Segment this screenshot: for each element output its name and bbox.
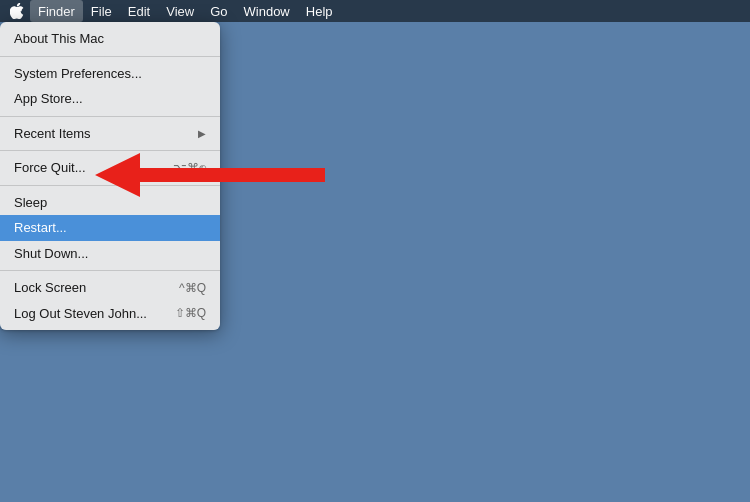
menubar-go[interactable]: Go — [202, 0, 235, 22]
menu-item-system-preferences[interactable]: System Preferences... — [0, 61, 220, 87]
menu-item-recent-items[interactable]: Recent Items ▶ — [0, 121, 220, 147]
menu-bar: Finder File Edit View Go Window Help — [0, 0, 750, 22]
menu-separator-3 — [0, 150, 220, 151]
menu-item-lock-screen[interactable]: Lock Screen ^⌘Q — [0, 275, 220, 301]
menu-item-force-quit[interactable]: Force Quit... ⌥⌘⎋ — [0, 155, 220, 181]
menu-item-about[interactable]: About This Mac — [0, 26, 220, 52]
menu-item-sleep[interactable]: Sleep — [0, 190, 220, 216]
menu-item-app-store[interactable]: App Store... — [0, 86, 220, 112]
menu-item-log-out[interactable]: Log Out Steven John... ⇧⌘Q — [0, 301, 220, 327]
force-quit-shortcut: ⌥⌘⎋ — [173, 159, 206, 177]
menubar-finder[interactable]: Finder — [30, 0, 83, 22]
menu-separator-5 — [0, 270, 220, 271]
menu-item-restart[interactable]: Restart... — [0, 215, 220, 241]
menu-separator-2 — [0, 116, 220, 117]
apple-logo[interactable] — [6, 0, 28, 22]
menubar-view[interactable]: View — [158, 0, 202, 22]
lock-screen-shortcut: ^⌘Q — [179, 279, 206, 297]
menubar-file[interactable]: File — [83, 0, 120, 22]
menu-item-shut-down[interactable]: Shut Down... — [0, 241, 220, 267]
log-out-shortcut: ⇧⌘Q — [175, 304, 206, 322]
menu-separator-1 — [0, 56, 220, 57]
menu-separator-4 — [0, 185, 220, 186]
apple-dropdown-menu: About This Mac System Preferences... App… — [0, 22, 220, 330]
menubar-edit[interactable]: Edit — [120, 0, 158, 22]
menubar-help[interactable]: Help — [298, 0, 341, 22]
menubar-window[interactable]: Window — [236, 0, 298, 22]
recent-items-arrow-icon: ▶ — [198, 126, 206, 141]
